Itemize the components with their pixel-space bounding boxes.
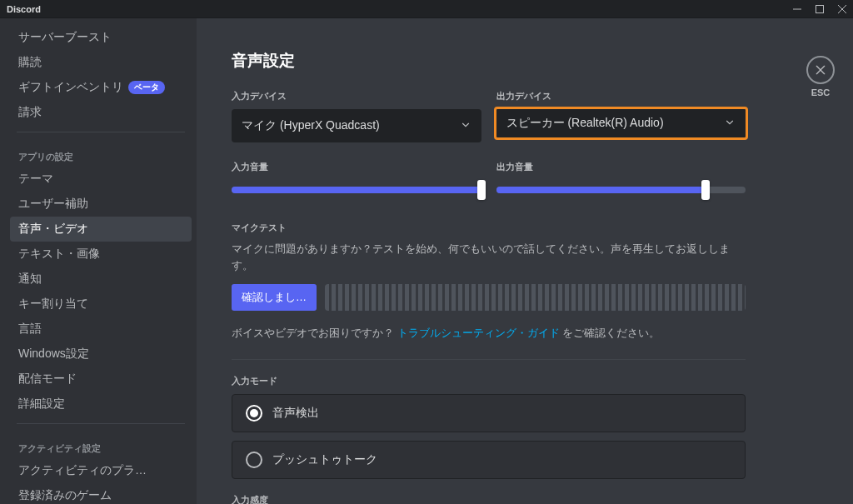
- input-volume-thumb[interactable]: [477, 180, 486, 200]
- sidebar-item-advanced[interactable]: 詳細設定: [10, 392, 192, 417]
- mictest-header: マイクテスト: [232, 222, 746, 234]
- sidebar-item-registered-games[interactable]: 登録済みのゲーム: [10, 483, 192, 504]
- window-titlebar: Discord: [0, 0, 853, 18]
- output-device-label: 出力デバイス: [496, 90, 746, 102]
- sidebar-header-app-settings: アプリの設定: [10, 139, 192, 167]
- mictest-description: マイクに問題がありますか？テストを始め、何でもいいので話してください。声を再生し…: [232, 241, 746, 274]
- app-name: Discord: [7, 4, 41, 14]
- close-settings-button[interactable]: [806, 56, 835, 84]
- sidebar-item-notifications[interactable]: 通知: [10, 267, 192, 292]
- radio-unchecked-icon: [246, 452, 262, 468]
- sidebar-item-windows[interactable]: Windows設定: [10, 342, 192, 367]
- sidebar-item-subscriptions[interactable]: 購読: [10, 50, 192, 75]
- input-mode-label: 入力モード: [232, 375, 811, 387]
- minimize-button[interactable]: [792, 4, 801, 13]
- close-button[interactable]: [837, 4, 846, 13]
- sidebar-item-keybinds[interactable]: キー割り当て: [10, 292, 192, 317]
- output-device-value: スピーカー (Realtek(R) Audio): [506, 116, 664, 131]
- sidebar-item-billing[interactable]: 請求: [10, 100, 192, 125]
- chevron-down-icon: [460, 119, 471, 133]
- troubleshooting-link[interactable]: トラブルシューティング・ガイド: [397, 327, 560, 339]
- output-volume-label: 出力音量: [496, 161, 746, 173]
- radio-checked-icon: [246, 405, 262, 422]
- settings-content: ESC 音声設定 入力デバイス マイク (HyperX Quadcast) 出力…: [197, 18, 853, 504]
- sidebar-item-streamer-mode[interactable]: 配信モード: [10, 367, 192, 392]
- sidebar-item-accessibility[interactable]: ユーザー補助: [10, 192, 192, 217]
- mode-voice-activity[interactable]: 音声検出: [232, 394, 746, 432]
- sidebar-header-activity: アクティビティ設定: [10, 431, 192, 458]
- maximize-button[interactable]: [815, 4, 824, 13]
- sidebar-item-gift-inventory[interactable]: ギフトインベントリ ベータ: [10, 75, 192, 100]
- output-device-select[interactable]: スピーカー (Realtek(R) Audio): [494, 107, 749, 140]
- input-volume-slider[interactable]: [232, 180, 481, 200]
- esc-label: ESC: [806, 87, 835, 97]
- sidebar-item-activity-privacy[interactable]: アクティビティのプラ…: [10, 458, 192, 483]
- esc-button-wrap: ESC: [806, 56, 835, 97]
- settings-sidebar: サーバーブースト 購読 ギフトインベントリ ベータ 請求 アプリの設定 テーマ …: [0, 18, 197, 504]
- mictest-button[interactable]: 確認しまし…: [232, 284, 317, 311]
- output-volume-slider[interactable]: [496, 180, 746, 200]
- mode-push-to-talk[interactable]: プッシュトゥトーク: [232, 441, 746, 479]
- troubleshoot-text: ボイスやビデオでお困りですか？ トラブルシューティング・ガイド をご確認ください…: [232, 326, 746, 341]
- sidebar-item-language[interactable]: 言語: [10, 317, 192, 342]
- sidebar-item-server-boost[interactable]: サーバーブースト: [10, 25, 192, 50]
- input-device-label: 入力デバイス: [232, 90, 481, 102]
- output-volume-thumb[interactable]: [701, 180, 710, 200]
- close-icon: [814, 63, 827, 77]
- badge-beta: ベータ: [128, 81, 165, 94]
- chevron-down-icon: [724, 117, 736, 131]
- mictest-meter: [325, 284, 746, 311]
- page-title: 音声設定: [232, 50, 811, 72]
- divider: [232, 359, 746, 360]
- sidebar-item-voice-video[interactable]: 音声・ビデオ: [10, 217, 192, 242]
- sidebar-item-text-images[interactable]: テキスト・画像: [10, 242, 192, 267]
- input-sensitivity-label: 入力感度: [232, 494, 811, 504]
- input-volume-label: 入力音量: [232, 161, 481, 173]
- svg-rect-0: [816, 5, 823, 12]
- input-device-select[interactable]: マイク (HyperX Quadcast): [232, 109, 481, 142]
- input-device-value: マイク (HyperX Quadcast): [242, 118, 380, 133]
- sidebar-item-theme[interactable]: テーマ: [10, 167, 192, 192]
